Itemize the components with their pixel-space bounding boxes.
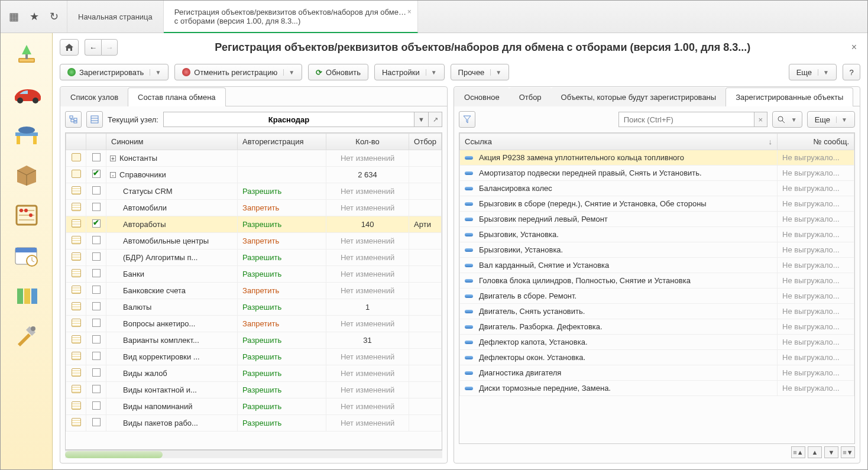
list-icon-button[interactable] bbox=[86, 111, 103, 128]
chevron-down-icon[interactable]: ▼ bbox=[426, 69, 437, 76]
tab-main[interactable]: Основное bbox=[454, 87, 510, 106]
table-row[interactable]: -Справочники2 634 bbox=[66, 167, 442, 183]
list-item[interactable]: Брызговик в сборе (передн.), Снятие и Ус… bbox=[460, 196, 854, 212]
chevron-down-icon[interactable]: ▼ bbox=[818, 69, 829, 76]
col-synonym[interactable]: Синоним bbox=[106, 134, 238, 150]
table-row[interactable]: Банковские счетаЗапретитьНет изменений bbox=[66, 283, 442, 299]
row-checkbox[interactable] bbox=[92, 352, 101, 360]
tab-filter[interactable]: Отбор bbox=[509, 87, 552, 106]
list-item[interactable]: Двигатель. Разборка. Дефектовка.Не выгру… bbox=[460, 319, 854, 335]
list-item[interactable]: Диагностика двигателяНе выгружало... bbox=[460, 365, 854, 381]
close-tab-icon[interactable]: × bbox=[407, 8, 412, 16]
page-first-button[interactable]: ≡▲ bbox=[791, 446, 805, 458]
col-link[interactable]: Ссылка↓ bbox=[460, 134, 778, 150]
list-item[interactable]: Двигатель в сборе. Ремонт.Не выгружало..… bbox=[460, 289, 854, 304]
tree-toggle-icon[interactable]: + bbox=[110, 155, 116, 161]
page-down-button[interactable]: ▼ bbox=[824, 446, 838, 458]
apps-grid-icon[interactable]: ▦ bbox=[9, 10, 19, 23]
right-more-button[interactable]: Еще ▼ bbox=[807, 111, 855, 128]
col-autoreg[interactable]: Авторегистрация bbox=[238, 134, 326, 150]
list-item[interactable]: Дефлекторы окон. Установка.Не выгружало.… bbox=[460, 350, 854, 365]
table-row[interactable]: (БДР) Алгоритмы п...РазрешитьНет изменен… bbox=[66, 249, 442, 266]
row-checkbox[interactable] bbox=[92, 236, 101, 244]
left-table-wrap[interactable]: Синоним Авторегистрация Кол-во Отбор +Ко… bbox=[65, 132, 442, 450]
row-checkbox[interactable] bbox=[92, 203, 101, 211]
row-checkbox[interactable] bbox=[92, 269, 101, 277]
section-lift-icon[interactable] bbox=[12, 122, 41, 148]
page-up-button[interactable]: ▲ bbox=[808, 446, 822, 458]
filter-icon-button[interactable] bbox=[459, 111, 475, 128]
open-icon[interactable]: ↗ bbox=[428, 112, 442, 127]
row-checkbox[interactable] bbox=[92, 418, 101, 426]
refresh-button[interactable]: ⟳ Обновить bbox=[308, 64, 368, 80]
tab-to-register[interactable]: Объекты, которые будут зарегистрированы bbox=[551, 87, 727, 106]
home-button[interactable] bbox=[60, 39, 79, 56]
table-row[interactable]: Вопросы анкетиро...ЗапретитьНет изменени… bbox=[66, 316, 442, 332]
list-item[interactable]: Головка блока цилиндров, Полностью, Снят… bbox=[460, 273, 854, 289]
list-item[interactable]: Диски тормозные передние, Замена.Не выгр… bbox=[460, 381, 854, 396]
list-item[interactable]: Вал карданный, Снятие и УстановкаНе выгр… bbox=[460, 258, 854, 273]
list-item[interactable]: Брызговик, Установка.Не выгружало... bbox=[460, 227, 854, 242]
back-button[interactable]: ← bbox=[85, 39, 101, 56]
table-row[interactable]: Виды контактной и...РазрешитьНет изменен… bbox=[66, 382, 442, 398]
row-checkbox[interactable] bbox=[92, 401, 101, 410]
window-tab-active[interactable]: Регистрация объектов/реквизитов объектов… bbox=[164, 1, 418, 33]
row-checkbox[interactable] bbox=[92, 368, 101, 377]
row-checkbox[interactable] bbox=[92, 319, 101, 327]
row-checkbox[interactable] bbox=[92, 170, 101, 178]
forward-button[interactable]: → bbox=[101, 39, 118, 56]
chevron-down-icon[interactable]: ▼ bbox=[414, 112, 428, 127]
row-checkbox[interactable] bbox=[92, 286, 101, 294]
col-filter[interactable]: Отбор bbox=[409, 134, 442, 150]
col-msg[interactable]: № сообщ. bbox=[778, 134, 854, 150]
tab-exchange-plan[interactable]: Состав плана обмена bbox=[128, 87, 226, 106]
col-count[interactable]: Кол-во bbox=[326, 134, 409, 150]
horizontal-scrollbar[interactable] bbox=[65, 450, 442, 458]
table-row[interactable]: Виды жалобРазрешитьНет изменений bbox=[66, 365, 442, 382]
tab-nodes-list[interactable]: Список узлов bbox=[60, 87, 128, 106]
scroll-thumb[interactable] bbox=[65, 451, 163, 458]
star-icon[interactable]: ★ bbox=[30, 10, 39, 23]
list-item[interactable]: Амортизатор подвески передней правый, Сн… bbox=[460, 166, 854, 181]
table-row[interactable]: АвтоработыРазрешить140Арти bbox=[66, 216, 442, 233]
row-checkbox[interactable] bbox=[92, 385, 101, 393]
close-page-icon[interactable]: × bbox=[848, 42, 860, 53]
chevron-down-icon[interactable]: ▼ bbox=[789, 116, 797, 123]
row-checkbox[interactable] bbox=[92, 219, 101, 228]
list-item[interactable]: Брызговики, Установка.Не выгружало... bbox=[460, 242, 854, 258]
list-item[interactable]: Двигатель, Снять установить.Не выгружало… bbox=[460, 304, 854, 319]
table-row[interactable]: БанкиРазрешитьНет изменений bbox=[66, 266, 442, 283]
current-node-input[interactable] bbox=[163, 112, 414, 127]
table-row[interactable]: Статусы CRMРазрешитьНет изменений bbox=[66, 183, 442, 200]
section-desk-icon[interactable] bbox=[12, 41, 41, 67]
table-row[interactable]: АвтомобилиЗапретитьНет изменений bbox=[66, 200, 442, 216]
other-button[interactable]: Прочее ▼ bbox=[451, 64, 510, 80]
chevron-down-icon[interactable]: ▼ bbox=[836, 116, 847, 123]
settings-button[interactable]: Настройки ▼ bbox=[374, 64, 445, 80]
table-row[interactable]: Варианты комплект...Разрешить31 bbox=[66, 332, 442, 349]
register-button[interactable]: Зарегистрировать ▼ bbox=[60, 64, 169, 80]
search-input[interactable] bbox=[618, 112, 754, 127]
section-abacus-icon[interactable] bbox=[12, 202, 41, 228]
chevron-down-icon[interactable]: ▼ bbox=[150, 69, 161, 76]
row-checkbox[interactable] bbox=[92, 335, 101, 343]
section-folders-icon[interactable] bbox=[12, 283, 41, 309]
tree-icon-button[interactable] bbox=[65, 111, 82, 128]
unregister-button[interactable]: Отменить регистрацию ▼ bbox=[174, 64, 302, 80]
table-row[interactable]: Автомобильные центрыЗапретитьНет изменен… bbox=[66, 233, 442, 249]
list-item[interactable]: Дефлектор капота, Установка.Не выгружало… bbox=[460, 335, 854, 350]
section-calendar-icon[interactable] bbox=[12, 242, 41, 268]
row-checkbox[interactable] bbox=[92, 186, 101, 195]
row-checkbox[interactable] bbox=[92, 252, 101, 261]
table-row[interactable]: +КонстантыНет изменений bbox=[66, 150, 442, 167]
section-tools-icon[interactable] bbox=[12, 323, 41, 349]
list-item[interactable]: Брызговик передний левый, РемонтНе выгру… bbox=[460, 212, 854, 227]
table-row[interactable]: Виды напоминанийРазрешитьНет изменений bbox=[66, 398, 442, 415]
table-row[interactable]: ВалютыРазрешить1 bbox=[66, 299, 442, 316]
history-icon[interactable]: ↻ bbox=[50, 10, 59, 23]
list-item[interactable]: Акция Р9238 замена уплотнительного кольц… bbox=[460, 150, 854, 166]
chevron-down-icon[interactable]: ▼ bbox=[283, 69, 294, 76]
help-button[interactable]: ? bbox=[843, 64, 860, 80]
tree-toggle-icon[interactable]: - bbox=[110, 172, 116, 178]
window-tab-home[interactable]: Начальная страница bbox=[67, 1, 164, 33]
